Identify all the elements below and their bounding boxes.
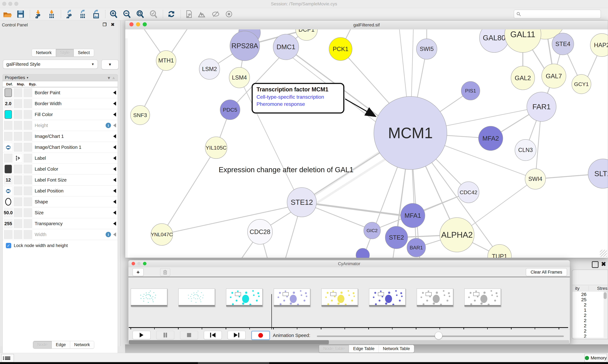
info-icon[interactable]: i <box>106 232 111 237</box>
next-button[interactable] <box>228 331 246 339</box>
node-mcm1[interactable]: MCM1 <box>374 96 447 170</box>
tab-network-table[interactable]: Network Table <box>379 345 414 352</box>
results-table-scrollbar[interactable] <box>604 292 607 299</box>
record-button[interactable] <box>251 331 270 340</box>
frame-thumbnail-1[interactable] <box>179 288 215 307</box>
float-panel-icon[interactable]: ❐ <box>103 22 107 27</box>
property-cell[interactable] <box>4 186 13 195</box>
property-row-label-position[interactable]: Label Position <box>3 185 118 196</box>
node-ste2[interactable]: STE2 <box>385 226 408 249</box>
property-row-width[interactable]: Widthi <box>3 229 118 240</box>
property-cell[interactable] <box>4 88 13 97</box>
import-network-icon[interactable] <box>33 9 43 19</box>
timeline-scrollbar-thumb[interactable] <box>129 340 329 344</box>
property-cell[interactable] <box>14 230 22 239</box>
node-mfa2[interactable]: MFA2 <box>478 126 503 151</box>
play-button[interactable] <box>133 331 151 339</box>
delete-frame-button[interactable] <box>160 268 170 276</box>
node-yil105c[interactable]: YIL105C <box>205 137 227 159</box>
expand-row-icon[interactable] <box>113 123 116 128</box>
node-lsm4[interactable]: LSM4 <box>229 67 250 88</box>
property-cell[interactable] <box>24 99 32 108</box>
expand-row-icon[interactable] <box>113 200 116 204</box>
search-input[interactable] <box>514 10 601 18</box>
tab-edge-table[interactable]: Edge Table <box>349 345 379 352</box>
open-session-icon[interactable] <box>2 9 12 19</box>
style-options-button[interactable]: ▼ <box>101 60 119 69</box>
frame-thumbnail-5[interactable] <box>369 288 405 307</box>
property-cell[interactable] <box>4 132 13 141</box>
results-table-header[interactable]: ity Stres <box>572 285 608 292</box>
export-network-icon[interactable] <box>64 9 74 19</box>
expand-row-icon[interactable] <box>113 156 116 160</box>
task-history-button[interactable] <box>1 354 14 362</box>
tab-edge[interactable]: Edge <box>52 341 70 349</box>
frame-thumbnail-3[interactable] <box>274 288 310 307</box>
node-cdc28[interactable]: CDC28 <box>247 219 273 245</box>
style-selector-dropdown[interactable]: galFiltered Style ▼ <box>3 60 98 69</box>
node-mth1[interactable]: MTH1 <box>156 51 176 71</box>
close-panel-icon[interactable]: ✖ <box>111 22 114 27</box>
property-cell[interactable] <box>14 197 22 206</box>
property-cell[interactable] <box>14 186 22 195</box>
node-mfa1[interactable]: MFA1 <box>401 203 425 228</box>
frame-thumbnail-7[interactable] <box>464 288 501 307</box>
zoom-fit-icon[interactable] <box>135 9 145 19</box>
property-cell[interactable] <box>14 176 22 184</box>
network-window-titlebar[interactable]: galFiltered.sif <box>125 21 608 30</box>
property-cell[interactable] <box>24 110 32 119</box>
property-cell[interactable] <box>4 121 13 130</box>
stop-button[interactable] <box>180 331 198 339</box>
property-cell[interactable] <box>4 110 13 119</box>
previous-button[interactable] <box>204 331 222 339</box>
tab-style[interactable]: Style <box>56 49 74 56</box>
expand-row-icon[interactable] <box>113 134 116 138</box>
expand-row-icon[interactable] <box>113 167 116 171</box>
node-ste4[interactable]: STE4 <box>552 33 574 55</box>
node-bar1[interactable]: BAR1 <box>407 238 426 257</box>
property-cell[interactable] <box>4 197 13 206</box>
node-far1[interactable]: FAR1 <box>527 92 556 122</box>
zoom-in-icon[interactable] <box>109 9 119 19</box>
annotation-link[interactable]: Cell-type-specific transcription <box>257 94 339 100</box>
property-cell[interactable] <box>14 219 22 228</box>
tab-network[interactable]: Network <box>70 341 94 349</box>
property-cell[interactable] <box>14 208 22 217</box>
property-cell[interactable]: 255 <box>4 219 13 228</box>
show-detail-icon[interactable] <box>224 9 234 19</box>
property-cell[interactable] <box>24 208 32 217</box>
property-cell[interactable] <box>24 121 32 130</box>
node-pis1[interactable]: PIS1 <box>461 81 480 100</box>
node-snf3[interactable]: SNF3 <box>130 105 150 125</box>
animation-speed-handle[interactable] <box>435 332 442 339</box>
property-cell[interactable] <box>24 176 32 184</box>
property-row-image-chart-1[interactable]: Image/Chart 1 <box>3 131 118 142</box>
property-cell[interactable] <box>14 143 22 152</box>
property-cell[interactable] <box>4 230 13 239</box>
property-cell[interactable] <box>14 154 22 163</box>
expand-row-icon[interactable] <box>113 211 116 215</box>
frame-thumbnail-2[interactable] <box>226 288 263 307</box>
annotation-box[interactable]: Transcription factor MCM1 Cell-type-spec… <box>252 83 344 114</box>
node-rps28a[interactable]: RPS28A <box>230 31 260 61</box>
property-row-image-chart-position-1[interactable]: Image/Chart Position 1 <box>3 142 118 153</box>
node-gic2[interactable]: GIC2 <box>363 222 381 239</box>
tab-node-table[interactable]: Node Table <box>319 345 349 352</box>
pause-button[interactable] <box>156 331 174 339</box>
expand-row-icon[interactable] <box>113 145 116 149</box>
property-row-size[interactable]: 50.0Size <box>3 207 118 218</box>
property-row-border-paint[interactable]: Border Paint <box>3 87 118 98</box>
column-header-ity[interactable]: ity <box>572 286 589 291</box>
search-network-icon[interactable] <box>197 9 207 19</box>
property-row-border-width[interactable]: 2.0Border Width <box>3 98 118 109</box>
export-image-icon[interactable] <box>91 9 101 19</box>
hide-detail-icon[interactable] <box>211 9 221 19</box>
property-cell[interactable] <box>14 88 22 97</box>
add-frame-button[interactable]: + <box>133 268 144 276</box>
network-snapshot-icon[interactable] <box>184 9 194 19</box>
float-panel-icon[interactable] <box>592 261 598 268</box>
property-cell[interactable] <box>24 165 32 173</box>
node-pdc5[interactable]: PDC5 <box>220 100 240 120</box>
tab-select[interactable]: Select <box>74 49 94 56</box>
property-cell[interactable]: 2.0 <box>4 99 13 108</box>
